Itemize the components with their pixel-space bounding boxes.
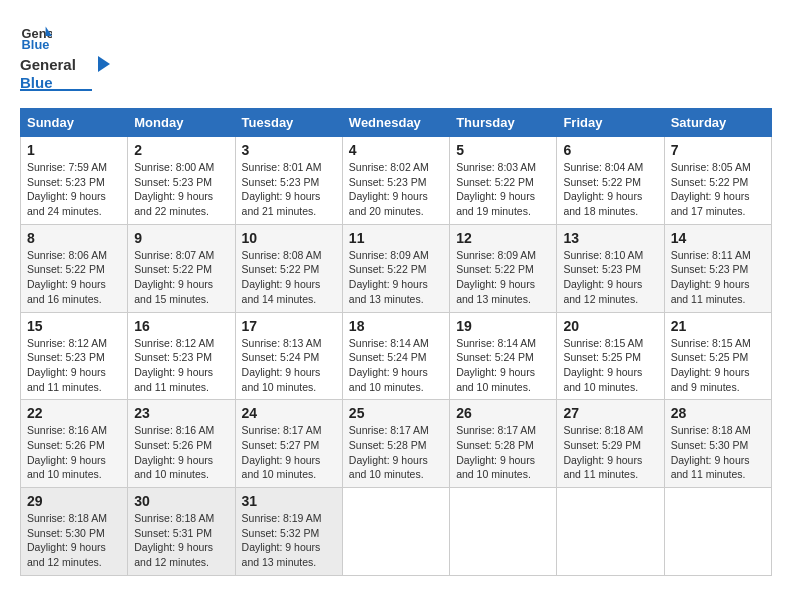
weekday-header-monday: Monday xyxy=(128,109,235,137)
day-info: Sunrise: 8:00 AMSunset: 5:23 PMDaylight:… xyxy=(134,160,228,219)
logo-icon: General Blue xyxy=(20,20,52,52)
day-info: Sunrise: 8:15 AMSunset: 5:25 PMDaylight:… xyxy=(671,336,765,395)
day-info: Sunrise: 8:17 AMSunset: 5:28 PMDaylight:… xyxy=(349,423,443,482)
day-info: Sunrise: 8:07 AMSunset: 5:22 PMDaylight:… xyxy=(134,248,228,307)
weekday-header-friday: Friday xyxy=(557,109,664,137)
calendar-table: SundayMondayTuesdayWednesdayThursdayFrid… xyxy=(20,108,772,576)
calendar-day-cell: 28Sunrise: 8:18 AMSunset: 5:30 PMDayligh… xyxy=(664,400,771,488)
day-info: Sunrise: 7:59 AMSunset: 5:23 PMDaylight:… xyxy=(27,160,121,219)
day-number: 20 xyxy=(563,318,657,334)
day-info: Sunrise: 8:18 AMSunset: 5:29 PMDaylight:… xyxy=(563,423,657,482)
calendar-header-row: SundayMondayTuesdayWednesdayThursdayFrid… xyxy=(21,109,772,137)
day-number: 2 xyxy=(134,142,228,158)
day-number: 16 xyxy=(134,318,228,334)
calendar-day-cell: 24Sunrise: 8:17 AMSunset: 5:27 PMDayligh… xyxy=(235,400,342,488)
weekday-header-sunday: Sunday xyxy=(21,109,128,137)
day-number: 13 xyxy=(563,230,657,246)
calendar-day-cell: 2Sunrise: 8:00 AMSunset: 5:23 PMDaylight… xyxy=(128,137,235,225)
calendar-week-row: 8Sunrise: 8:06 AMSunset: 5:22 PMDaylight… xyxy=(21,224,772,312)
calendar-day-cell: 7Sunrise: 8:05 AMSunset: 5:22 PMDaylight… xyxy=(664,137,771,225)
day-number: 18 xyxy=(349,318,443,334)
logo-svg: General Blue xyxy=(20,52,120,92)
day-info: Sunrise: 8:14 AMSunset: 5:24 PMDaylight:… xyxy=(456,336,550,395)
calendar-day-cell: 12Sunrise: 8:09 AMSunset: 5:22 PMDayligh… xyxy=(450,224,557,312)
calendar-week-row: 1Sunrise: 7:59 AMSunset: 5:23 PMDaylight… xyxy=(21,137,772,225)
calendar-day-cell: 19Sunrise: 8:14 AMSunset: 5:24 PMDayligh… xyxy=(450,312,557,400)
day-number: 25 xyxy=(349,405,443,421)
day-info: Sunrise: 8:04 AMSunset: 5:22 PMDaylight:… xyxy=(563,160,657,219)
day-info: Sunrise: 8:19 AMSunset: 5:32 PMDaylight:… xyxy=(242,511,336,570)
day-info: Sunrise: 8:17 AMSunset: 5:27 PMDaylight:… xyxy=(242,423,336,482)
day-number: 6 xyxy=(563,142,657,158)
calendar-day-cell xyxy=(342,488,449,576)
calendar-day-cell: 22Sunrise: 8:16 AMSunset: 5:26 PMDayligh… xyxy=(21,400,128,488)
calendar-day-cell: 11Sunrise: 8:09 AMSunset: 5:22 PMDayligh… xyxy=(342,224,449,312)
day-number: 15 xyxy=(27,318,121,334)
weekday-header-thursday: Thursday xyxy=(450,109,557,137)
day-info: Sunrise: 8:08 AMSunset: 5:22 PMDaylight:… xyxy=(242,248,336,307)
calendar-day-cell: 9Sunrise: 8:07 AMSunset: 5:22 PMDaylight… xyxy=(128,224,235,312)
logo: General Blue General Blue xyxy=(20,20,120,92)
day-number: 26 xyxy=(456,405,550,421)
day-info: Sunrise: 8:12 AMSunset: 5:23 PMDaylight:… xyxy=(134,336,228,395)
day-number: 22 xyxy=(27,405,121,421)
day-number: 4 xyxy=(349,142,443,158)
calendar-day-cell: 26Sunrise: 8:17 AMSunset: 5:28 PMDayligh… xyxy=(450,400,557,488)
calendar-day-cell: 21Sunrise: 8:15 AMSunset: 5:25 PMDayligh… xyxy=(664,312,771,400)
calendar-day-cell: 18Sunrise: 8:14 AMSunset: 5:24 PMDayligh… xyxy=(342,312,449,400)
svg-text:Blue: Blue xyxy=(20,74,53,91)
day-number: 17 xyxy=(242,318,336,334)
calendar-week-row: 15Sunrise: 8:12 AMSunset: 5:23 PMDayligh… xyxy=(21,312,772,400)
calendar-day-cell: 4Sunrise: 8:02 AMSunset: 5:23 PMDaylight… xyxy=(342,137,449,225)
day-info: Sunrise: 8:14 AMSunset: 5:24 PMDaylight:… xyxy=(349,336,443,395)
calendar-day-cell: 6Sunrise: 8:04 AMSunset: 5:22 PMDaylight… xyxy=(557,137,664,225)
calendar-week-row: 22Sunrise: 8:16 AMSunset: 5:26 PMDayligh… xyxy=(21,400,772,488)
day-info: Sunrise: 8:18 AMSunset: 5:30 PMDaylight:… xyxy=(27,511,121,570)
day-info: Sunrise: 8:18 AMSunset: 5:31 PMDaylight:… xyxy=(134,511,228,570)
day-number: 29 xyxy=(27,493,121,509)
calendar-day-cell: 1Sunrise: 7:59 AMSunset: 5:23 PMDaylight… xyxy=(21,137,128,225)
day-number: 23 xyxy=(134,405,228,421)
day-number: 28 xyxy=(671,405,765,421)
day-info: Sunrise: 8:13 AMSunset: 5:24 PMDaylight:… xyxy=(242,336,336,395)
calendar-day-cell: 17Sunrise: 8:13 AMSunset: 5:24 PMDayligh… xyxy=(235,312,342,400)
day-info: Sunrise: 8:15 AMSunset: 5:25 PMDaylight:… xyxy=(563,336,657,395)
day-info: Sunrise: 8:16 AMSunset: 5:26 PMDaylight:… xyxy=(134,423,228,482)
day-info: Sunrise: 8:01 AMSunset: 5:23 PMDaylight:… xyxy=(242,160,336,219)
calendar-day-cell: 30Sunrise: 8:18 AMSunset: 5:31 PMDayligh… xyxy=(128,488,235,576)
calendar-week-row: 29Sunrise: 8:18 AMSunset: 5:30 PMDayligh… xyxy=(21,488,772,576)
day-info: Sunrise: 8:09 AMSunset: 5:22 PMDaylight:… xyxy=(349,248,443,307)
calendar-day-cell: 15Sunrise: 8:12 AMSunset: 5:23 PMDayligh… xyxy=(21,312,128,400)
day-number: 3 xyxy=(242,142,336,158)
weekday-header-wednesday: Wednesday xyxy=(342,109,449,137)
day-number: 31 xyxy=(242,493,336,509)
day-number: 7 xyxy=(671,142,765,158)
calendar-day-cell: 16Sunrise: 8:12 AMSunset: 5:23 PMDayligh… xyxy=(128,312,235,400)
day-number: 1 xyxy=(27,142,121,158)
day-number: 21 xyxy=(671,318,765,334)
day-number: 12 xyxy=(456,230,550,246)
day-info: Sunrise: 8:12 AMSunset: 5:23 PMDaylight:… xyxy=(27,336,121,395)
day-number: 5 xyxy=(456,142,550,158)
svg-marker-4 xyxy=(98,56,110,72)
day-info: Sunrise: 8:10 AMSunset: 5:23 PMDaylight:… xyxy=(563,248,657,307)
page-header: General Blue General Blue xyxy=(20,20,772,92)
calendar-day-cell: 25Sunrise: 8:17 AMSunset: 5:28 PMDayligh… xyxy=(342,400,449,488)
day-info: Sunrise: 8:06 AMSunset: 5:22 PMDaylight:… xyxy=(27,248,121,307)
calendar-day-cell: 23Sunrise: 8:16 AMSunset: 5:26 PMDayligh… xyxy=(128,400,235,488)
calendar-day-cell: 13Sunrise: 8:10 AMSunset: 5:23 PMDayligh… xyxy=(557,224,664,312)
weekday-header-tuesday: Tuesday xyxy=(235,109,342,137)
day-info: Sunrise: 8:16 AMSunset: 5:26 PMDaylight:… xyxy=(27,423,121,482)
calendar-day-cell: 5Sunrise: 8:03 AMSunset: 5:22 PMDaylight… xyxy=(450,137,557,225)
day-number: 24 xyxy=(242,405,336,421)
calendar-day-cell: 20Sunrise: 8:15 AMSunset: 5:25 PMDayligh… xyxy=(557,312,664,400)
day-info: Sunrise: 8:11 AMSunset: 5:23 PMDaylight:… xyxy=(671,248,765,307)
day-info: Sunrise: 8:17 AMSunset: 5:28 PMDaylight:… xyxy=(456,423,550,482)
day-number: 30 xyxy=(134,493,228,509)
calendar-day-cell: 31Sunrise: 8:19 AMSunset: 5:32 PMDayligh… xyxy=(235,488,342,576)
day-number: 10 xyxy=(242,230,336,246)
weekday-header-saturday: Saturday xyxy=(664,109,771,137)
day-info: Sunrise: 8:09 AMSunset: 5:22 PMDaylight:… xyxy=(456,248,550,307)
calendar-day-cell: 29Sunrise: 8:18 AMSunset: 5:30 PMDayligh… xyxy=(21,488,128,576)
calendar-day-cell: 3Sunrise: 8:01 AMSunset: 5:23 PMDaylight… xyxy=(235,137,342,225)
